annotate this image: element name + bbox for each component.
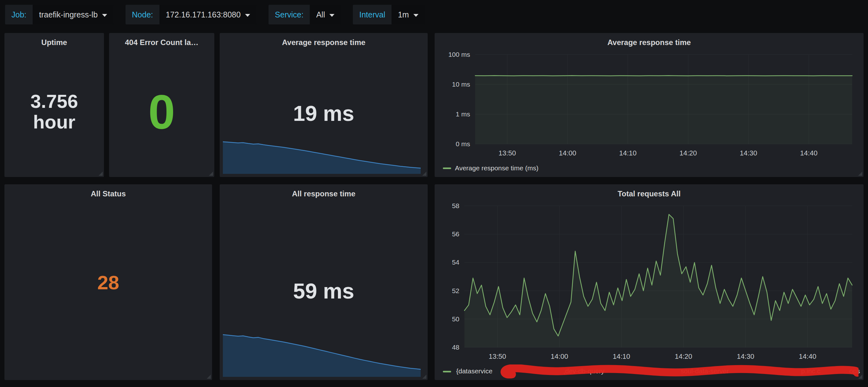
- svg-text:14:20: 14:20: [675, 352, 692, 360]
- legend-fragment[interactable]: ops: [849, 367, 860, 375]
- svg-text:14:10: 14:10: [613, 352, 630, 360]
- all-status-value: 28: [4, 198, 212, 380]
- svg-text:50: 50: [452, 315, 459, 323]
- svg-text:10 ms: 10 ms: [452, 81, 470, 88]
- variable-service-label: Service:: [269, 5, 310, 24]
- resize-handle-icon[interactable]: [209, 172, 213, 176]
- variable-interval: Interval 1m: [353, 5, 425, 24]
- panel-avg-response-time-graph: Average response time 0 ms1 ms10 ms100 m…: [435, 33, 864, 177]
- chevron-down-icon: [330, 14, 335, 17]
- chevron-down-icon: [245, 14, 250, 17]
- panel-404-error-count: 404 Error Count la… 0: [109, 33, 214, 177]
- variable-service: Service: All: [269, 5, 341, 24]
- variable-interval-dropdown[interactable]: 1m: [392, 5, 425, 24]
- avg-response-time-plot-area[interactable]: 0 ms1 ms10 ms100 ms13:5014:0014:1014:201…: [440, 50, 859, 161]
- resize-handle-icon[interactable]: [858, 375, 862, 379]
- svg-text:14:30: 14:30: [737, 352, 754, 360]
- resize-handle-icon[interactable]: [207, 375, 211, 379]
- variable-job: Job: traefik-ingress-lb: [5, 5, 114, 24]
- panel-avg-response-graph-title[interactable]: Average response time: [440, 35, 859, 50]
- avg-response-time-legend: Average response time (ms): [440, 161, 859, 175]
- svg-text:13:50: 13:50: [499, 149, 516, 157]
- svg-text:14:10: 14:10: [619, 149, 637, 157]
- avg-response-time-value: 19 ms: [220, 47, 428, 139]
- variable-node-label: Node:: [126, 5, 159, 24]
- panel-avg-response-time-stat: Average response time 19 ms: [220, 33, 428, 177]
- svg-text:14:20: 14:20: [679, 149, 697, 157]
- svg-text:100 ms: 100 ms: [448, 51, 470, 58]
- panel-total-requests-title[interactable]: Total requests All: [440, 187, 859, 201]
- svg-text:13:50: 13:50: [489, 352, 506, 360]
- avg-response-time-chart[interactable]: 0 ms1 ms10 ms100 ms13:5014:0014:1014:201…: [440, 50, 859, 160]
- svg-text:52: 52: [452, 287, 459, 294]
- total-requests-plot-area[interactable]: 48505254565813:5014:0014:1014:2014:3014:…: [440, 201, 859, 364]
- variable-node-dropdown[interactable]: 172.16.171.163:8080: [159, 5, 256, 24]
- total-requests-legend: {dataservice ,dev-db-query soul-data-ser…: [440, 364, 859, 379]
- svg-text:56: 56: [452, 230, 459, 238]
- variable-interval-value: 1m: [398, 10, 409, 19]
- variable-job-value: traefik-ingress-lb: [39, 10, 98, 19]
- all-response-time-value: 59 ms: [220, 198, 428, 331]
- svg-text:14:00: 14:00: [551, 352, 568, 360]
- variable-node-value: 172.16.171.163:8080: [166, 10, 241, 19]
- legend-fragment[interactable]: ,dev-db-query: [563, 367, 604, 375]
- chevron-down-icon: [413, 14, 418, 17]
- svg-text:1 ms: 1 ms: [456, 110, 470, 118]
- legend-fragment[interactable]: soul-data-server: [681, 367, 729, 375]
- panel-all-response-time-stat: All response time 59 ms: [220, 184, 428, 380]
- legend-series-swatch: [443, 168, 451, 169]
- variable-service-value: All: [316, 10, 325, 19]
- svg-text:0 ms: 0 ms: [456, 140, 470, 148]
- red-scribble-redaction: [440, 364, 859, 379]
- total-requests-chart[interactable]: 48505254565813:5014:0014:1014:2014:3014:…: [440, 201, 859, 363]
- variable-job-dropdown[interactable]: traefik-ingress-lb: [33, 5, 114, 24]
- chevron-down-icon: [102, 14, 107, 17]
- legend-fragment[interactable]: {dataservice: [456, 367, 492, 375]
- panel-uptime: Uptime 3.756 hour: [4, 33, 104, 177]
- svg-text:14:00: 14:00: [559, 149, 576, 157]
- avg-response-time-sparkline: [223, 137, 421, 174]
- panel-all-status: All Status 28: [4, 184, 212, 380]
- legend-fragment[interactable]: p.inc.c: [801, 367, 820, 375]
- svg-text:14:40: 14:40: [799, 352, 816, 360]
- all-response-time-sparkline: [223, 329, 421, 377]
- resize-handle-icon[interactable]: [858, 172, 862, 176]
- legend-series-swatch: [443, 371, 451, 373]
- template-variables-bar: Job: traefik-ingress-lb Node: 172.16.171…: [0, 0, 868, 29]
- svg-text:48: 48: [452, 344, 459, 351]
- variable-service-dropdown[interactable]: All: [310, 5, 341, 24]
- variable-interval-label: Interval: [353, 5, 392, 24]
- resize-handle-icon[interactable]: [422, 172, 426, 176]
- svg-text:14:30: 14:30: [740, 149, 757, 157]
- svg-text:54: 54: [452, 259, 460, 266]
- resize-handle-icon[interactable]: [99, 172, 103, 176]
- resize-handle-icon[interactable]: [422, 375, 426, 379]
- panel-total-requests: Total requests All 48505254565813:5014:0…: [435, 184, 864, 380]
- svg-text:14:40: 14:40: [800, 149, 817, 157]
- variable-node: Node: 172.16.171.163:8080: [126, 5, 256, 24]
- svg-text:58: 58: [452, 202, 459, 209]
- legend-series-label[interactable]: Average response time (ms): [455, 164, 538, 172]
- uptime-value: 3.756 hour: [4, 47, 104, 177]
- variable-job-label: Job:: [5, 5, 33, 24]
- 404-error-count-value: 0: [109, 47, 214, 177]
